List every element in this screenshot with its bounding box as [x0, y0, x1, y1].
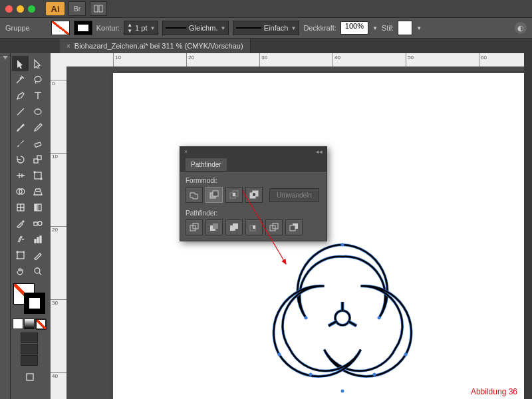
- unite-button[interactable]: [186, 187, 203, 203]
- screen-mode-button[interactable]: [12, 369, 47, 384]
- shape-builder-tool[interactable]: [12, 184, 29, 199]
- pathfinder-tab[interactable]: Pathfinder: [186, 158, 227, 171]
- divide-button[interactable]: [186, 219, 203, 235]
- panel-header[interactable]: ×◂◂: [180, 147, 327, 156]
- canvas[interactable]: ×◂◂ Pathfinder Formmodi: Umwandeln Pathf…: [66, 66, 524, 399]
- close-tab-icon[interactable]: ×: [66, 43, 70, 50]
- svg-rect-0: [94, 5, 98, 12]
- stroke-weight-input[interactable]: ▲▼1 pt▼: [124, 21, 158, 35]
- minus-back-button[interactable]: [285, 219, 303, 235]
- fill-stroke-indicator[interactable]: [12, 282, 47, 315]
- document-tabbar: × Biohazard_Zeichen.ai* bei 311 % (CMYK/…: [0, 39, 532, 53]
- close-window-icon[interactable]: [5, 5, 13, 13]
- svg-point-8: [41, 178, 42, 180]
- selection-tool[interactable]: [12, 56, 29, 71]
- crop-button[interactable]: [245, 219, 263, 235]
- stroke-profile-dropdown[interactable]: Gleichm.▼: [162, 21, 229, 35]
- draw-behind[interactable]: [21, 344, 38, 354]
- recolor-button[interactable]: ◐: [515, 22, 527, 34]
- pencil-tool[interactable]: [29, 120, 46, 135]
- svg-point-19: [35, 268, 40, 273]
- ellipse-tool[interactable]: [29, 104, 46, 119]
- svg-point-24: [378, 317, 381, 320]
- pathfinder-label: Pathfinder:: [186, 209, 321, 217]
- perspective-grid-tool[interactable]: [29, 184, 46, 199]
- slice-tool[interactable]: [29, 247, 46, 263]
- hand-tool[interactable]: [12, 263, 29, 279]
- type-tool[interactable]: [29, 88, 46, 103]
- screen-mode-row: [12, 332, 47, 366]
- pen-tool[interactable]: [12, 88, 29, 103]
- svg-rect-3: [35, 142, 41, 148]
- exclude-button[interactable]: [245, 187, 263, 203]
- svg-point-22: [335, 311, 350, 325]
- shape-modes-label: Formmodi:: [186, 177, 321, 184]
- style-swatch[interactable]: [398, 21, 412, 35]
- draw-inside[interactable]: [21, 355, 38, 366]
- biohazard-artwork[interactable]: [249, 219, 436, 399]
- scale-tool[interactable]: [29, 152, 46, 167]
- stroke-swatch[interactable]: [74, 21, 92, 35]
- svg-point-25: [305, 317, 308, 320]
- tools-panel: [11, 53, 51, 399]
- outline-button[interactable]: [265, 219, 283, 235]
- rotate-tool[interactable]: [12, 152, 29, 167]
- svg-rect-50: [290, 225, 295, 231]
- arrange-docs-button[interactable]: [90, 1, 107, 16]
- intersect-button[interactable]: [225, 187, 243, 203]
- color-mode-gradient[interactable]: [24, 319, 35, 329]
- color-mode-none[interactable]: [35, 319, 46, 329]
- paintbrush-tool[interactable]: [12, 120, 29, 135]
- symbol-sprayer-tool[interactable]: [12, 231, 29, 247]
- document-tab[interactable]: × Biohazard_Zeichen.ai* bei 311 % (CMYK/…: [60, 39, 251, 53]
- svg-point-27: [278, 353, 281, 356]
- svg-rect-32: [213, 191, 218, 196]
- brush-dropdown[interactable]: Einfach▼: [233, 21, 299, 35]
- eraser-tool[interactable]: [29, 136, 46, 151]
- zoom-window-icon[interactable]: [28, 5, 35, 13]
- line-tool[interactable]: [12, 104, 29, 119]
- vertical-ruler: 0 10 20 30 40: [51, 53, 66, 399]
- bridge-button[interactable]: Br: [68, 1, 86, 16]
- svg-point-29: [373, 373, 376, 376]
- svg-rect-6: [35, 172, 41, 179]
- eyedropper-tool[interactable]: [12, 215, 29, 231]
- svg-rect-44: [233, 223, 238, 229]
- svg-rect-42: [213, 223, 218, 229]
- stroke-indicator[interactable]: [24, 293, 45, 314]
- svg-point-7: [34, 172, 35, 173]
- collapse-panel-icon[interactable]: ◂◂: [316, 148, 323, 155]
- color-mode-solid[interactable]: [13, 319, 23, 329]
- blob-brush-tool[interactable]: [12, 136, 29, 151]
- opacity-input[interactable]: 100%: [340, 21, 368, 35]
- fill-swatch[interactable]: [51, 21, 70, 35]
- svg-point-26: [404, 353, 408, 356]
- panel-collapse-column[interactable]: [0, 53, 11, 399]
- gradient-tool[interactable]: [29, 200, 46, 215]
- expand-button[interactable]: Umwandeln: [269, 188, 319, 202]
- direct-selection-tool[interactable]: [29, 56, 46, 71]
- right-panel-dock[interactable]: [524, 53, 532, 399]
- minus-front-button[interactable]: [205, 187, 223, 203]
- free-transform-tool[interactable]: [29, 168, 46, 183]
- artboard-tool[interactable]: [12, 247, 29, 263]
- options-bar: Gruppe Kontur: ▲▼1 pt▼ Gleichm.▼ Einfach…: [0, 17, 532, 39]
- pathfinder-panel[interactable]: ×◂◂ Pathfinder Formmodi: Umwandeln Pathf…: [180, 146, 327, 241]
- blend-tool[interactable]: [29, 215, 46, 231]
- titlebar: Ai Br: [0, 0, 532, 17]
- magic-wand-tool[interactable]: [12, 72, 29, 87]
- svg-rect-12: [35, 204, 41, 211]
- minimize-window-icon[interactable]: [17, 5, 24, 13]
- width-tool[interactable]: [12, 168, 29, 183]
- ai-logo-icon: Ai: [46, 2, 65, 15]
- zoom-tool[interactable]: [29, 263, 46, 279]
- column-graph-tool[interactable]: [29, 231, 46, 247]
- draw-normal[interactable]: [21, 332, 38, 343]
- merge-button[interactable]: [225, 219, 243, 235]
- svg-rect-35: [233, 193, 235, 196]
- lasso-tool[interactable]: [29, 72, 46, 87]
- mesh-tool[interactable]: [12, 200, 29, 215]
- svg-rect-46: [253, 225, 255, 229]
- trim-button[interactable]: [205, 219, 223, 235]
- close-panel-icon[interactable]: ×: [184, 148, 188, 155]
